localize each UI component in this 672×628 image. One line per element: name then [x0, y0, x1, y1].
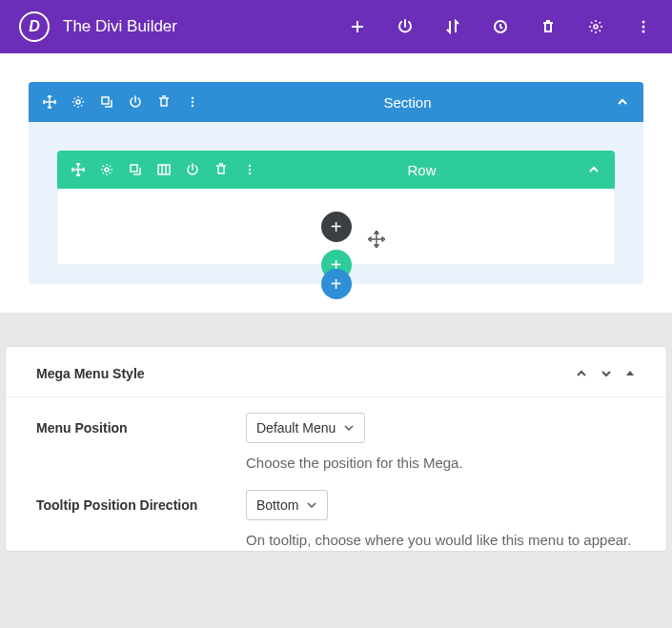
- row-label: Row: [257, 162, 586, 178]
- chevron-up-icon[interactable]: [615, 94, 630, 110]
- power-icon[interactable]: [185, 162, 200, 177]
- settings-panel: Mega Menu Style Menu Position Default Me…: [5, 346, 667, 552]
- power-icon[interactable]: [396, 17, 415, 36]
- divi-logo: D: [19, 11, 50, 42]
- trash-icon[interactable]: [214, 162, 229, 177]
- svg-point-1: [594, 25, 598, 29]
- more-icon[interactable]: [634, 17, 653, 36]
- row-block: Row + +: [57, 151, 615, 265]
- move-cursor-icon: [368, 231, 385, 248]
- add-icon[interactable]: [348, 17, 367, 36]
- columns-icon[interactable]: [156, 162, 172, 177]
- settings-panel-title: Mega Menu Style: [36, 366, 575, 381]
- more-icon[interactable]: [242, 162, 257, 177]
- chevron-up-icon[interactable]: [586, 162, 601, 177]
- svg-point-13: [249, 165, 251, 167]
- triangle-up-icon[interactable]: [624, 368, 636, 379]
- row-header: Row: [57, 151, 615, 189]
- menu-position-help: Choose the position for this Mega.: [246, 453, 636, 475]
- tooltip-position-label: Tooltip Position Direction: [36, 490, 246, 552]
- svg-rect-11: [131, 165, 137, 172]
- svg-point-7: [192, 97, 193, 99]
- trash-icon[interactable]: [156, 94, 172, 110]
- tooltip-position-value: Bottom: [256, 497, 298, 513]
- builder-title: The Divi Builder: [63, 17, 348, 36]
- menu-position-select[interactable]: Default Menu: [246, 413, 365, 443]
- section-block: Section Row: [29, 82, 643, 284]
- svg-point-8: [192, 101, 193, 103]
- add-section-button[interactable]: +: [321, 269, 352, 299]
- power-icon[interactable]: [128, 94, 143, 110]
- history-icon[interactable]: [491, 17, 510, 36]
- svg-point-10: [105, 168, 109, 172]
- menu-position-label: Menu Position: [36, 413, 246, 475]
- duplicate-icon[interactable]: [128, 162, 143, 177]
- gear-icon[interactable]: [71, 94, 86, 110]
- chevron-down-icon[interactable]: [600, 367, 613, 380]
- add-module-button[interactable]: +: [321, 212, 352, 242]
- svg-point-2: [642, 21, 645, 24]
- section-header: Section: [29, 82, 643, 122]
- svg-rect-12: [158, 165, 170, 174]
- tooltip-position-help: On tooltip, choose where you would like …: [246, 530, 636, 552]
- svg-point-9: [192, 105, 193, 107]
- svg-point-15: [249, 172, 251, 174]
- gear-icon[interactable]: [99, 162, 114, 177]
- svg-rect-6: [102, 97, 109, 104]
- chevron-down-icon: [343, 422, 355, 434]
- svg-point-14: [249, 169, 251, 171]
- svg-point-3: [642, 26, 645, 29]
- more-icon[interactable]: [185, 94, 200, 110]
- move-icon[interactable]: [42, 94, 57, 110]
- builder-header: D The Divi Builder: [0, 0, 672, 53]
- move-icon[interactable]: [71, 162, 86, 177]
- sort-icon[interactable]: [443, 17, 462, 36]
- duplicate-icon[interactable]: [99, 94, 114, 110]
- section-label: Section: [200, 94, 615, 111]
- svg-point-5: [76, 100, 80, 104]
- menu-position-value: Default Menu: [256, 420, 336, 436]
- chevron-up-icon[interactable]: [575, 367, 588, 380]
- svg-point-4: [642, 30, 645, 33]
- gear-icon[interactable]: [586, 17, 605, 36]
- tooltip-position-select[interactable]: Bottom: [246, 490, 328, 520]
- chevron-down-icon: [306, 499, 317, 511]
- trash-icon[interactable]: [539, 17, 558, 36]
